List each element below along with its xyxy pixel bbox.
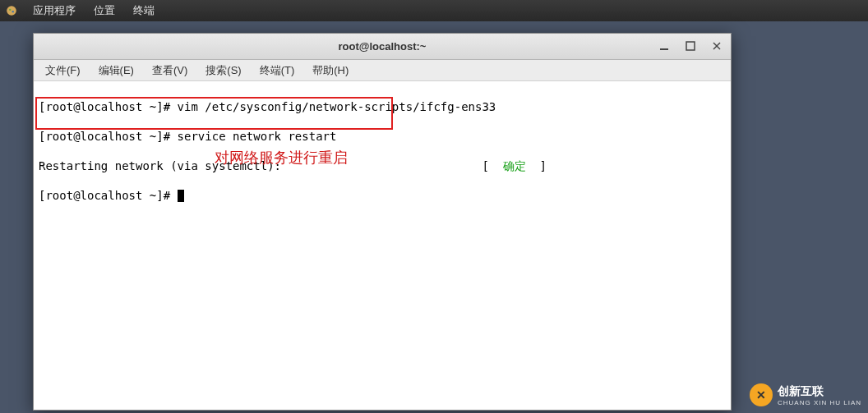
window-controls [655, 37, 726, 55]
svg-point-1 [9, 9, 11, 11]
menu-view[interactable]: 查看(V) [145, 61, 194, 80]
watermark-main: 创新互联 [778, 384, 824, 397]
terminal-bracket: [ [482, 159, 488, 172]
svg-point-2 [12, 11, 14, 12]
menu-terminal[interactable]: 终端(T) [253, 61, 302, 80]
menu-edit[interactable]: 编辑(E) [92, 61, 141, 80]
terminal-window: root@localhost:~ 文件(F) 编辑(E) 查看(V) 搜索(S)… [33, 33, 732, 411]
window-menubar: 文件(F) 编辑(E) 查看(V) 搜索(S) 终端(T) 帮助(H) [34, 60, 731, 81]
svg-rect-3 [660, 48, 668, 50]
menu-search[interactable]: 搜索(S) [199, 61, 247, 80]
terminal-line: [root@localhost ~]# vim /etc/sysconfig/n… [39, 99, 726, 114]
desktop-top-panel: 应用程序 位置 终端 [0, 0, 868, 21]
panel-places[interactable]: 位置 [90, 1, 118, 21]
watermark-logo-icon: ✕ [750, 383, 773, 406]
panel-applications[interactable]: 应用程序 [30, 1, 79, 21]
system-icon [5, 4, 18, 17]
close-icon [712, 41, 722, 51]
panel-terminal[interactable]: 终端 [130, 1, 158, 21]
maximize-icon [686, 41, 695, 51]
annotation-text: 对网络服务进行重启 [215, 150, 348, 165]
window-titlebar[interactable]: root@localhost:~ [34, 34, 731, 60]
menu-help[interactable]: 帮助(H) [306, 61, 355, 80]
terminal-line: [root@localhost ~]# [39, 188, 726, 203]
close-button[interactable] [708, 37, 726, 55]
watermark-sub: CHUANG XIN HU LIAN [778, 399, 861, 406]
minimize-button[interactable] [655, 37, 673, 55]
menu-file[interactable]: 文件(F) [39, 61, 87, 80]
minimize-icon [659, 41, 669, 51]
terminal-bracket: ] [540, 159, 547, 172]
status-ok: 确定 [489, 159, 540, 172]
terminal-body[interactable]: [root@localhost ~]# vim /etc/sysconfig/n… [34, 81, 731, 410]
terminal-prompt: [root@localhost ~]# [39, 189, 178, 202]
watermark: ✕ 创新互联 CHUANG XIN HU LIAN [750, 383, 861, 406]
svg-point-0 [7, 6, 16, 16]
maximize-button[interactable] [681, 37, 699, 55]
watermark-text: 创新互联 CHUANG XIN HU LIAN [778, 384, 861, 406]
terminal-cursor [178, 190, 184, 202]
window-title: root@localhost:~ [339, 40, 427, 53]
svg-rect-4 [686, 42, 695, 50]
terminal-line: [root@localhost ~]# service network rest… [39, 129, 726, 144]
terminal-line: Restarting network (via systemctl): [ 确定… [39, 158, 726, 173]
